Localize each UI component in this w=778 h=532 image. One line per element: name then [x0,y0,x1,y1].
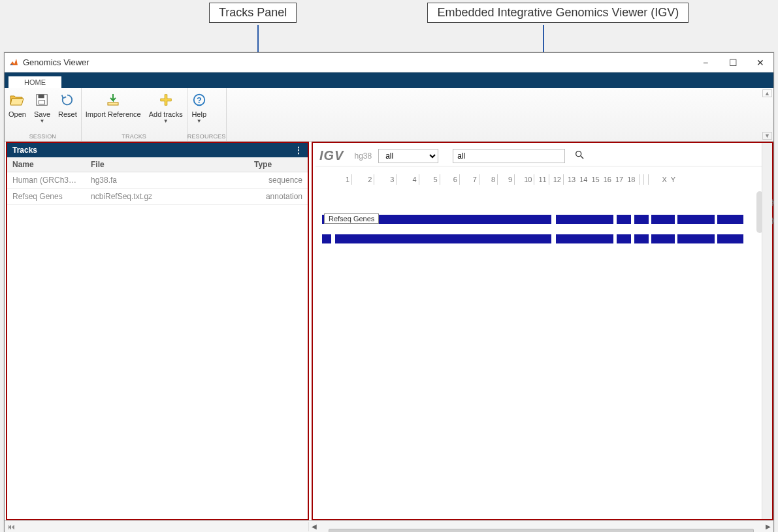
add-tracks-label: Add tracks [149,110,183,118]
search-icon[interactable] [574,149,585,162]
plus-icon [158,92,174,108]
igv-panel: IGV hg38 all 1 2 3 4 5 6 [312,142,773,520]
cell-file: hg38.fa [86,172,249,189]
cell-type: annotation [249,189,308,205]
reset-icon [59,92,75,108]
col-name[interactable]: Name [7,157,86,172]
chromosome-select[interactable]: all [378,149,438,163]
toolstrip-expand-button[interactable]: ▼ [762,132,772,140]
refseq-track-1[interactable]: Refseq Genes ⚙ [322,210,763,229]
open-button[interactable]: Open [5,91,30,133]
chevron-down-icon: ▼ [40,118,45,124]
table-row[interactable]: Refseq Genes ncbiRefSeq.txt.gz annotatio… [7,189,308,205]
close-button[interactable]: ✕ [755,57,766,68]
callout-tracks-panel: Tracks Panel [209,3,297,23]
tracks-panel-title: Tracks [12,146,37,155]
group-session-label: SESSION [5,133,81,141]
reset-button[interactable]: Reset [54,91,81,133]
sequence-track[interactable]: ⚙ [322,191,763,206]
igv-toolbar: IGV hg38 all [316,146,770,166]
scroll-left-icon[interactable]: ◀ [309,523,319,530]
svg-text:?: ? [197,95,202,105]
cell-name: Human (GRCh3… [7,172,86,189]
cell-file: ncbiRefSeq.txt.gz [86,189,249,205]
matlab-icon [8,57,19,68]
refseq-track-2[interactable] [322,229,763,249]
statusbar-left[interactable]: ⏮ [5,522,309,531]
svg-rect-1 [39,95,44,99]
ribbon-tabs: HOME [5,72,773,88]
reset-label: Reset [58,110,77,118]
toolstrip-collapse-button[interactable]: ▲ [762,89,772,97]
chromosome-ruler[interactable]: 1 2 3 4 5 6 7 8 9 10 11 12 [316,170,770,187]
app-window: Genomics Viewer − ☐ ✕ HOME Open Save ▼ [4,52,774,532]
vertical-scrollbar[interactable] [762,143,772,519]
maximize-button[interactable]: ☐ [728,57,738,68]
import-ref-label: Import Reference [86,110,141,118]
save-icon [34,92,50,108]
window-title: Genomics Viewer [23,57,89,67]
locus-search-input[interactable] [453,149,565,163]
igv-reference-label: hg38 [354,151,372,161]
help-icon: ? [191,92,207,108]
save-label: Save [34,110,50,118]
add-tracks-button[interactable]: Add tracks ▼ [145,91,187,133]
tab-home[interactable]: HOME [8,76,61,88]
chevron-down-icon: ▼ [197,118,202,124]
igv-logo: IGV [319,148,344,163]
tracks-panel: Tracks ⋮ Name File Type Human (GRCh3… hg… [6,142,309,520]
group-resources-label: RESOURCES [187,133,226,141]
minimize-button[interactable]: − [700,57,711,68]
col-type[interactable]: Type [249,157,308,172]
table-row[interactable]: Human (GRCh3… hg38.fa sequence [7,172,308,189]
statusbar: ⏮ ◀ ▶ [5,520,773,532]
scroll-right-icon[interactable]: ▶ [763,523,773,530]
tracks-panel-menu-icon[interactable]: ⋮ [295,146,302,155]
help-button[interactable]: ? Help ▼ [187,91,211,133]
help-label: Help [191,110,206,118]
tracks-table: Name File Type Human (GRCh3… hg38.fa seq… [7,157,308,205]
svg-point-6 [576,151,581,157]
group-tracks-label: TRACKS [82,133,187,141]
svg-rect-3 [108,102,118,105]
import-ref-icon [105,92,121,108]
titlebar[interactable]: Genomics Viewer − ☐ ✕ [5,53,773,72]
folder-open-icon [9,92,25,108]
cell-type: sequence [249,172,308,189]
import-reference-button[interactable]: Import Reference [82,91,145,133]
callout-igv-viewer: Embedded Integrative Genomics Viewer (IG… [427,3,689,23]
open-label: Open [8,110,26,118]
chevron-down-icon: ▼ [163,118,169,124]
svg-line-7 [581,156,583,159]
toolstrip: Open Save ▼ Reset SESSION Import Referen… [5,88,773,142]
cell-name: Refseq Genes [7,189,86,205]
track-label: Refseq Genes [324,213,379,224]
col-file[interactable]: File [86,157,249,172]
save-button[interactable]: Save ▼ [30,91,54,133]
